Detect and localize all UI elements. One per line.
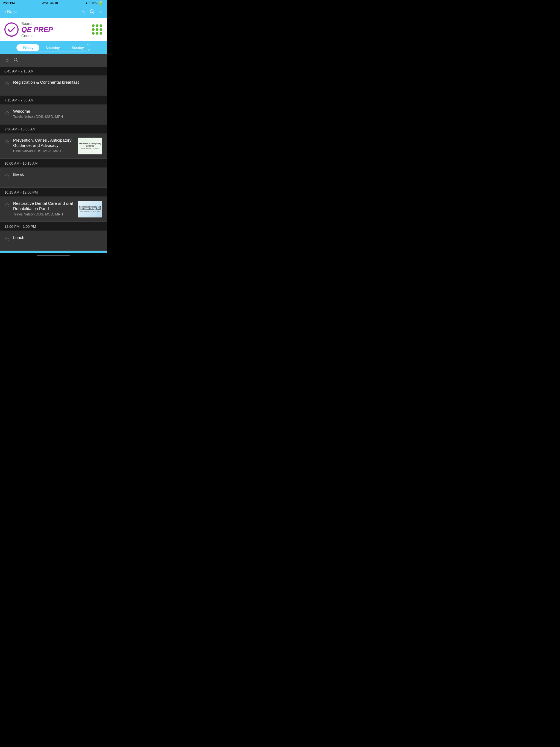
home-icon[interactable]: ⌂: [81, 9, 85, 15]
session-content-5: Restorative Dental Care and oral Rehabil…: [13, 201, 74, 216]
session-speaker-5: Travis Nelson DDS, MSD, MPH: [13, 212, 74, 216]
session-title-5: Restorative Dental Care and oral Rehabil…: [13, 201, 74, 211]
session-speaker-2: Travis Nelson DDS, MSD, MPH: [13, 114, 102, 119]
session-title-2: Welcome: [13, 108, 102, 114]
thumbnail-subtitle-3: Friday, February 16, 2024: [81, 147, 99, 149]
session-star-3[interactable]: ☆: [4, 138, 10, 145]
session-item-5[interactable]: ☆ Restorative Dental Care and oral Rehab…: [0, 197, 107, 222]
session-content-1: Registration & Continental breakfast: [13, 80, 102, 85]
session-thumbnail-5: Restorative Dentistry and Oral Rehabilit…: [78, 201, 102, 217]
time-label-5: 10:15 AM - 12:00 PM: [4, 190, 38, 195]
back-label: Back: [7, 9, 17, 15]
dot-1: [92, 24, 95, 27]
dot-6: [100, 28, 102, 31]
session-star-4[interactable]: ☆: [4, 172, 10, 179]
schedule-content: ☆ 6:45 AM - 7:15 AM ☆ Registration & Con…: [0, 54, 107, 251]
session-title-6: Lunch: [13, 235, 102, 240]
dot-9: [100, 32, 102, 35]
time-block-5: 10:15 AM - 12:00 PM: [0, 188, 107, 196]
chevron-left-icon: ‹: [4, 9, 6, 15]
dot-5: [96, 28, 98, 31]
session-content-2: Welcome Travis Nelson DDS, MSD, MPH: [13, 108, 102, 119]
tabs-container: Friday Saturday Sunday: [17, 44, 90, 51]
dot-4: [92, 28, 95, 31]
session-content-4: Break: [13, 172, 102, 177]
session-star-2[interactable]: ☆: [4, 109, 10, 116]
dot-8: [96, 32, 98, 35]
logo-text: Board QE PREP Course: [21, 21, 53, 38]
session-star-6[interactable]: ☆: [4, 235, 10, 242]
logo-course-text: Course: [21, 34, 53, 38]
status-time: 2:23 PM: [3, 1, 15, 5]
logo-qeprep-text: QE PREP: [21, 26, 53, 34]
time-block-1: 6:45 AM - 7:15 AM: [0, 67, 107, 75]
battery-full-icon: 🔋: [98, 1, 103, 6]
time-block-4: 10:00 AM - 10:15 AM: [0, 159, 107, 168]
home-indicator: [0, 253, 107, 258]
session-title-3: Prevention, Caries , Anticipatory Guidan…: [13, 137, 74, 148]
search-icon[interactable]: [89, 9, 95, 16]
session-title-4: Break: [13, 172, 102, 177]
session-item-3[interactable]: ☆ Prevention, Caries , Anticipatory Guid…: [0, 134, 107, 159]
status-bar: 2:23 PM Wed Jan 10 ▲ 100% 🔋: [0, 0, 107, 6]
time-label-1: 6:45 AM - 7:15 AM: [4, 69, 34, 73]
status-date: Wed Jan 10: [42, 1, 58, 5]
home-indicator-bar: [37, 255, 70, 256]
svg-point-0: [90, 9, 94, 13]
nav-bar: ‹ Back ⌂ ≡: [0, 6, 107, 18]
back-button[interactable]: ‹ Back: [4, 9, 17, 15]
session-title-1: Registration & Continental breakfast: [13, 80, 102, 85]
session-item-6[interactable]: ☆ Lunch: [0, 231, 107, 251]
thumbnail-title-3: Prevention & Anticipatory Guidance: [79, 143, 101, 147]
time-block-3: 7:30 AM - 10:00 AM: [0, 125, 107, 133]
time-block-2: 7:15 AM - 7:30 AM: [0, 96, 107, 104]
session-item-1[interactable]: ☆ Registration & Continental breakfast: [0, 76, 107, 96]
logo-board-text: Board: [21, 21, 53, 26]
logo-left: Board QE PREP Course: [4, 21, 53, 38]
session-content-3: Prevention, Caries , Anticipatory Guidan…: [13, 137, 74, 153]
time-label-6: 12:00 PM - 1:00 PM: [4, 225, 36, 229]
session-thumbnail-3: Prevention & Anticipatory Guidance Frida…: [78, 137, 102, 154]
session-star-5[interactable]: ☆: [4, 201, 10, 208]
session-star-1[interactable]: ☆: [4, 80, 10, 87]
logo-area: Board QE PREP Course: [0, 18, 107, 41]
logo-checkmark-icon: [4, 22, 19, 36]
dot-7: [92, 32, 95, 35]
favorites-filter-icon[interactable]: ☆: [4, 57, 10, 64]
thumbnail-subtitle-5: Travis Nelson DDS, MSD, MPH: [79, 210, 100, 212]
day-tabs: Friday Saturday Sunday: [0, 41, 107, 54]
battery-icon: 100%: [89, 1, 97, 5]
session-item-2[interactable]: ☆ Welcome Travis Nelson DDS, MSD, MPH: [0, 105, 107, 124]
svg-line-4: [17, 60, 18, 61]
logo-dots: [92, 24, 102, 35]
time-block-6: 12:00 PM - 1:00 PM: [0, 222, 107, 231]
status-right: ▲ 100% 🔋: [85, 1, 103, 6]
tab-friday[interactable]: Friday: [17, 44, 40, 51]
time-label-4: 10:00 AM - 10:15 AM: [4, 161, 37, 165]
session-content-6: Lunch: [13, 235, 102, 240]
tab-sunday[interactable]: Sunday: [66, 44, 90, 51]
session-item-4[interactable]: ☆ Break: [0, 168, 107, 187]
time-label-3: 7:30 AM - 10:00 AM: [4, 127, 35, 131]
dot-2: [96, 24, 98, 27]
svg-line-1: [93, 12, 94, 14]
tab-saturday[interactable]: Saturday: [40, 44, 66, 51]
dot-3: [100, 24, 102, 27]
time-label-2: 7:15 AM - 7:30 AM: [4, 98, 34, 102]
wifi-icon: ▲: [85, 1, 88, 5]
svg-point-2: [5, 23, 18, 36]
filter-bar: ☆: [0, 54, 107, 67]
thumbnail-title-5: Restorative Dentistry and Oral Rehabilit…: [79, 206, 101, 210]
search-filter-icon[interactable]: [13, 57, 18, 63]
svg-point-3: [14, 58, 17, 61]
nav-right-icons: ⌂ ≡: [81, 9, 102, 16]
session-speaker-3: Elise Sarvas DDS, MSD, MPH: [13, 149, 74, 153]
menu-icon[interactable]: ≡: [99, 9, 102, 15]
